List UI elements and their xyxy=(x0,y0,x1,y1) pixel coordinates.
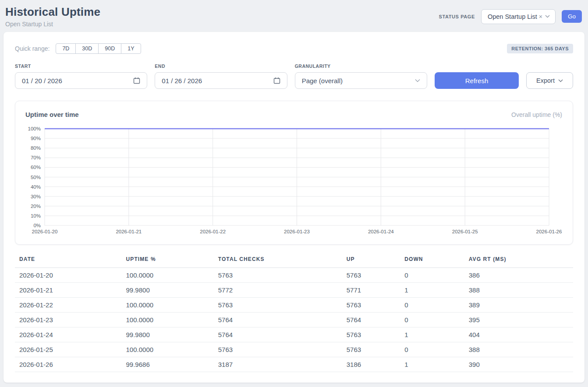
status-page-select[interactable]: Open Startup List × xyxy=(481,9,556,24)
table-cell: 388 xyxy=(469,283,573,298)
calendar-icon[interactable] xyxy=(273,77,280,84)
svg-text:40%: 40% xyxy=(31,184,41,190)
table-row: 2026-01-22100.0000576357630389 xyxy=(15,298,573,313)
granularity-select[interactable]: Page (overall) xyxy=(295,72,427,89)
quick-range-30d[interactable]: 30D xyxy=(75,43,99,54)
quick-range-1y[interactable]: 1Y xyxy=(121,43,141,54)
filter-form-row: START 01 / 20 / 2026 END 01 / 26 / 2026 … xyxy=(15,63,573,89)
table-cell: 5763 xyxy=(347,327,404,342)
column-header-avg-rt: AVG RT (MS) xyxy=(469,254,573,268)
table-cell: 389 xyxy=(469,298,573,313)
table-cell: 1 xyxy=(404,327,469,342)
table-cell: 2026-01-23 xyxy=(15,313,126,327)
table-cell: 5772 xyxy=(218,283,347,298)
table-cell: 0 xyxy=(404,342,469,357)
granularity-value: Page (overall) xyxy=(302,77,343,84)
table-header-row: DATE UPTIME % TOTAL CHECKS UP DOWN AVG R… xyxy=(15,254,573,268)
svg-text:2026-01-26: 2026-01-26 xyxy=(536,229,562,234)
chevron-down-icon xyxy=(545,15,550,18)
go-button[interactable]: Go xyxy=(562,10,582,23)
table-cell: 5764 xyxy=(218,313,347,327)
table-cell: 2026-01-25 xyxy=(15,342,126,357)
table-cell: 5763 xyxy=(347,298,404,313)
quick-range-90d[interactable]: 90D xyxy=(98,43,121,54)
clear-selection-icon[interactable]: × xyxy=(539,13,542,20)
table-cell: 2026-01-22 xyxy=(15,298,126,313)
svg-text:0%: 0% xyxy=(33,223,41,228)
table-row: 2026-01-23100.0000576457640395 xyxy=(15,313,573,327)
start-date-value: 01 / 20 / 2026 xyxy=(22,77,62,84)
table-cell: 5763 xyxy=(218,298,347,313)
table-cell: 388 xyxy=(469,342,573,357)
column-header-total-checks: TOTAL CHECKS xyxy=(218,254,347,268)
start-date-field: START 01 / 20 / 2026 xyxy=(15,63,147,89)
end-date-input[interactable]: 01 / 26 / 2026 xyxy=(155,72,287,89)
svg-text:30%: 30% xyxy=(31,194,41,199)
main-panel: Quick range: 7D 30D 90D 1Y RETENTION: 36… xyxy=(4,32,584,383)
status-page-value: Open Startup List xyxy=(488,13,537,20)
page-subtitle: Open Startup List xyxy=(5,21,100,28)
chart-title: Uptime over time xyxy=(25,111,79,118)
table-cell: 5763 xyxy=(218,268,347,283)
table-cell: 3187 xyxy=(218,357,347,372)
quick-range-7d[interactable]: 7D xyxy=(56,43,76,54)
status-page-label: STATUS PAGE xyxy=(439,14,475,19)
end-date-value: 01 / 26 / 2026 xyxy=(162,77,202,84)
refresh-button[interactable]: Refresh xyxy=(435,72,519,89)
chevron-down-icon xyxy=(558,79,563,82)
svg-text:50%: 50% xyxy=(31,175,41,180)
table-cell: 0 xyxy=(404,298,469,313)
table-cell: 395 xyxy=(469,313,573,327)
svg-text:10%: 10% xyxy=(31,213,41,218)
svg-text:2026-01-22: 2026-01-22 xyxy=(200,229,226,234)
column-header-down: DOWN xyxy=(404,254,469,268)
column-header-uptime: UPTIME % xyxy=(126,254,218,268)
svg-text:90%: 90% xyxy=(31,136,41,141)
table-row: 2026-01-2199.9800577257711388 xyxy=(15,283,573,298)
chart-header: Uptime over time Overall uptime (%) xyxy=(15,111,573,125)
table-cell: 2026-01-24 xyxy=(15,327,126,342)
table-cell: 2026-01-26 xyxy=(15,357,126,372)
table-row: 2026-01-20100.0000576357630386 xyxy=(15,268,573,283)
column-header-date: DATE xyxy=(15,254,126,268)
table-cell: 99.9800 xyxy=(126,327,218,342)
topbar-right: STATUS PAGE Open Startup List × Go xyxy=(439,9,582,24)
table-cell: 5764 xyxy=(218,327,347,342)
table-cell: 100.0000 xyxy=(126,342,218,357)
export-button[interactable]: Export xyxy=(526,72,573,89)
chart-card: Uptime over time Overall uptime (%) 0%10… xyxy=(15,101,573,245)
table-cell: 5763 xyxy=(218,342,347,357)
table-cell: 1 xyxy=(404,283,469,298)
table-cell: 5763 xyxy=(347,342,404,357)
table-head: DATE UPTIME % TOTAL CHECKS UP DOWN AVG R… xyxy=(15,254,573,268)
svg-text:80%: 80% xyxy=(31,145,41,151)
table-row: 2026-01-2699.9686318731861390 xyxy=(15,357,573,372)
granularity-field: GRANULARITY Page (overall) xyxy=(295,63,427,89)
table-cell: 100.0000 xyxy=(126,313,218,327)
start-label: START xyxy=(15,63,147,69)
table-cell: 390 xyxy=(469,357,573,372)
start-date-input[interactable]: 01 / 20 / 2026 xyxy=(15,72,147,89)
svg-text:2026-01-21: 2026-01-21 xyxy=(116,229,142,234)
export-label: Export xyxy=(536,77,555,84)
table-body: 2026-01-20100.00005763576303862026-01-21… xyxy=(15,268,573,372)
svg-text:2026-01-23: 2026-01-23 xyxy=(284,229,310,234)
table-cell: 99.9686 xyxy=(126,357,218,372)
chevron-down-icon xyxy=(415,79,420,82)
uptime-table: DATE UPTIME % TOTAL CHECKS UP DOWN AVG R… xyxy=(15,254,573,372)
table-cell: 3186 xyxy=(347,357,404,372)
page-title: Historical Uptime xyxy=(5,5,100,19)
svg-text:70%: 70% xyxy=(31,155,41,160)
svg-text:100%: 100% xyxy=(28,126,41,131)
quick-range-label: Quick range: xyxy=(15,45,50,52)
table-cell: 100.0000 xyxy=(126,268,218,283)
svg-text:2026-01-25: 2026-01-25 xyxy=(452,229,478,234)
table-cell: 5764 xyxy=(347,313,404,327)
calendar-icon[interactable] xyxy=(133,77,140,84)
uptime-chart-svg: 0%10%20%30%40%50%60%70%80%90%100%2026-01… xyxy=(15,125,573,238)
quick-range-row: Quick range: 7D 30D 90D 1Y RETENTION: 36… xyxy=(15,43,573,54)
svg-text:2026-01-24: 2026-01-24 xyxy=(368,229,394,234)
quick-range-group: 7D 30D 90D 1Y xyxy=(56,43,141,54)
end-date-field: END 01 / 26 / 2026 xyxy=(155,63,287,89)
table-cell: 1 xyxy=(404,357,469,372)
